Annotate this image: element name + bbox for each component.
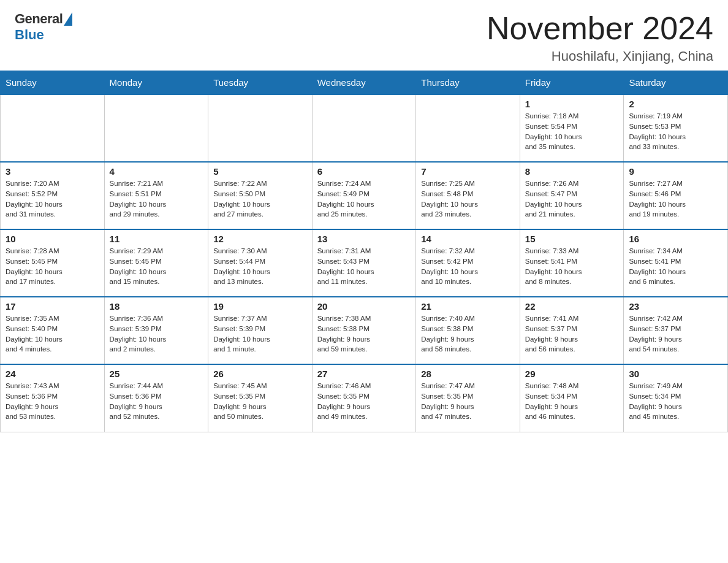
calendar-table: SundayMondayTuesdayWednesdayThursdayFrid…	[0, 71, 728, 432]
day-number: 24	[6, 369, 99, 379]
calendar-cell	[208, 94, 313, 162]
day-number: 7	[421, 166, 515, 177]
day-number: 26	[213, 369, 307, 379]
day-number: 12	[213, 234, 307, 244]
day-number: 18	[110, 301, 203, 312]
calendar-cell: 2Sunrise: 7:19 AMSunset: 5:53 PMDaylight…	[624, 94, 728, 162]
day-info: Sunrise: 7:29 AMSunset: 5:45 PMDaylight:…	[110, 246, 203, 287]
day-number: 30	[629, 369, 722, 379]
calendar-cell	[312, 94, 416, 162]
week-row-2: 3Sunrise: 7:20 AMSunset: 5:52 PMDaylight…	[1, 162, 728, 229]
logo: General Blue	[15, 11, 72, 43]
calendar-cell: 5Sunrise: 7:22 AMSunset: 5:50 PMDaylight…	[208, 162, 313, 229]
day-number: 23	[629, 301, 722, 312]
day-number: 19	[213, 301, 307, 312]
day-info: Sunrise: 7:43 AMSunset: 5:36 PMDaylight:…	[6, 381, 99, 422]
day-number: 13	[317, 234, 411, 244]
calendar-cell: 11Sunrise: 7:29 AMSunset: 5:45 PMDayligh…	[104, 229, 208, 297]
day-number: 20	[317, 301, 411, 312]
calendar-cell: 25Sunrise: 7:44 AMSunset: 5:36 PMDayligh…	[104, 364, 208, 432]
day-number: 5	[213, 166, 307, 177]
calendar-cell: 30Sunrise: 7:49 AMSunset: 5:34 PMDayligh…	[624, 364, 728, 432]
calendar-cell: 4Sunrise: 7:21 AMSunset: 5:51 PMDaylight…	[104, 162, 208, 229]
calendar-cell: 6Sunrise: 7:24 AMSunset: 5:49 PMDaylight…	[312, 162, 416, 229]
day-info: Sunrise: 7:36 AMSunset: 5:39 PMDaylight:…	[110, 313, 203, 354]
calendar-cell: 27Sunrise: 7:46 AMSunset: 5:35 PMDayligh…	[312, 364, 416, 432]
day-number: 16	[629, 234, 722, 244]
logo-general-text: General	[15, 11, 63, 27]
day-info: Sunrise: 7:26 AMSunset: 5:47 PMDaylight:…	[525, 178, 619, 220]
day-info: Sunrise: 7:30 AMSunset: 5:44 PMDaylight:…	[213, 246, 307, 287]
calendar-cell	[104, 94, 208, 162]
calendar-cell: 26Sunrise: 7:45 AMSunset: 5:35 PMDayligh…	[208, 364, 313, 432]
week-row-5: 24Sunrise: 7:43 AMSunset: 5:36 PMDayligh…	[1, 364, 728, 432]
day-info: Sunrise: 7:42 AMSunset: 5:37 PMDaylight:…	[629, 313, 722, 354]
week-row-3: 10Sunrise: 7:28 AMSunset: 5:45 PMDayligh…	[1, 229, 728, 297]
day-info: Sunrise: 7:48 AMSunset: 5:34 PMDaylight:…	[525, 381, 619, 422]
day-info: Sunrise: 7:18 AMSunset: 5:54 PMDaylight:…	[525, 111, 619, 152]
calendar-cell: 7Sunrise: 7:25 AMSunset: 5:48 PMDaylight…	[416, 162, 520, 229]
title-block: November 2024 Huoshilafu, Xinjiang, Chin…	[487, 11, 713, 64]
day-info: Sunrise: 7:45 AMSunset: 5:35 PMDaylight:…	[213, 381, 307, 422]
calendar-cell: 1Sunrise: 7:18 AMSunset: 5:54 PMDaylight…	[520, 94, 624, 162]
week-row-1: 1Sunrise: 7:18 AMSunset: 5:54 PMDaylight…	[1, 94, 728, 162]
calendar-cell: 29Sunrise: 7:48 AMSunset: 5:34 PMDayligh…	[520, 364, 624, 432]
calendar-cell: 16Sunrise: 7:34 AMSunset: 5:41 PMDayligh…	[624, 229, 728, 297]
day-info: Sunrise: 7:49 AMSunset: 5:34 PMDaylight:…	[629, 381, 722, 422]
logo-blue-text: Blue	[15, 27, 44, 43]
day-info: Sunrise: 7:31 AMSunset: 5:43 PMDaylight:…	[317, 246, 411, 287]
weekday-header-thursday: Thursday	[416, 71, 520, 95]
calendar-cell: 13Sunrise: 7:31 AMSunset: 5:43 PMDayligh…	[312, 229, 416, 297]
day-info: Sunrise: 7:37 AMSunset: 5:39 PMDaylight:…	[213, 313, 307, 354]
day-info: Sunrise: 7:25 AMSunset: 5:48 PMDaylight:…	[421, 178, 515, 220]
calendar-cell: 19Sunrise: 7:37 AMSunset: 5:39 PMDayligh…	[208, 297, 313, 364]
day-number: 28	[421, 369, 515, 379]
day-info: Sunrise: 7:27 AMSunset: 5:46 PMDaylight:…	[629, 178, 722, 220]
day-number: 6	[317, 166, 411, 177]
day-info: Sunrise: 7:35 AMSunset: 5:40 PMDaylight:…	[6, 313, 99, 354]
day-info: Sunrise: 7:28 AMSunset: 5:45 PMDaylight:…	[6, 246, 99, 287]
day-number: 4	[110, 166, 203, 177]
weekday-header-tuesday: Tuesday	[208, 71, 313, 95]
day-info: Sunrise: 7:20 AMSunset: 5:52 PMDaylight:…	[6, 178, 99, 220]
weekday-header-row: SundayMondayTuesdayWednesdayThursdayFrid…	[1, 71, 728, 95]
day-number: 1	[525, 99, 619, 109]
day-number: 9	[629, 166, 722, 177]
day-number: 2	[629, 99, 722, 109]
calendar-cell: 20Sunrise: 7:38 AMSunset: 5:38 PMDayligh…	[312, 297, 416, 364]
day-number: 10	[6, 234, 99, 244]
calendar-cell: 10Sunrise: 7:28 AMSunset: 5:45 PMDayligh…	[1, 229, 105, 297]
day-number: 27	[317, 369, 411, 379]
month-title: November 2024	[487, 11, 713, 46]
day-info: Sunrise: 7:34 AMSunset: 5:41 PMDaylight:…	[629, 246, 722, 287]
weekday-header-monday: Monday	[104, 71, 208, 95]
page-header: General Blue November 2024 Huoshilafu, X…	[0, 0, 728, 71]
day-number: 3	[6, 166, 99, 177]
logo-triangle-icon	[64, 12, 72, 26]
calendar-cell	[416, 94, 520, 162]
day-number: 11	[110, 234, 203, 244]
weekday-header-wednesday: Wednesday	[312, 71, 416, 95]
day-number: 15	[525, 234, 619, 244]
day-number: 8	[525, 166, 619, 177]
calendar-cell: 17Sunrise: 7:35 AMSunset: 5:40 PMDayligh…	[1, 297, 105, 364]
day-info: Sunrise: 7:32 AMSunset: 5:42 PMDaylight:…	[421, 246, 515, 287]
day-number: 25	[110, 369, 203, 379]
day-info: Sunrise: 7:47 AMSunset: 5:35 PMDaylight:…	[421, 381, 515, 422]
calendar-cell: 8Sunrise: 7:26 AMSunset: 5:47 PMDaylight…	[520, 162, 624, 229]
day-number: 29	[525, 369, 619, 379]
day-number: 14	[421, 234, 515, 244]
day-info: Sunrise: 7:44 AMSunset: 5:36 PMDaylight:…	[110, 381, 203, 422]
day-info: Sunrise: 7:41 AMSunset: 5:37 PMDaylight:…	[525, 313, 619, 354]
day-number: 17	[6, 301, 99, 312]
day-info: Sunrise: 7:33 AMSunset: 5:41 PMDaylight:…	[525, 246, 619, 287]
calendar-cell: 28Sunrise: 7:47 AMSunset: 5:35 PMDayligh…	[416, 364, 520, 432]
calendar-cell: 24Sunrise: 7:43 AMSunset: 5:36 PMDayligh…	[1, 364, 105, 432]
calendar-cell: 9Sunrise: 7:27 AMSunset: 5:46 PMDaylight…	[624, 162, 728, 229]
calendar-cell: 15Sunrise: 7:33 AMSunset: 5:41 PMDayligh…	[520, 229, 624, 297]
calendar-cell: 18Sunrise: 7:36 AMSunset: 5:39 PMDayligh…	[104, 297, 208, 364]
calendar-cell: 22Sunrise: 7:41 AMSunset: 5:37 PMDayligh…	[520, 297, 624, 364]
day-info: Sunrise: 7:21 AMSunset: 5:51 PMDaylight:…	[110, 178, 203, 220]
day-info: Sunrise: 7:40 AMSunset: 5:38 PMDaylight:…	[421, 313, 515, 354]
calendar-cell: 14Sunrise: 7:32 AMSunset: 5:42 PMDayligh…	[416, 229, 520, 297]
